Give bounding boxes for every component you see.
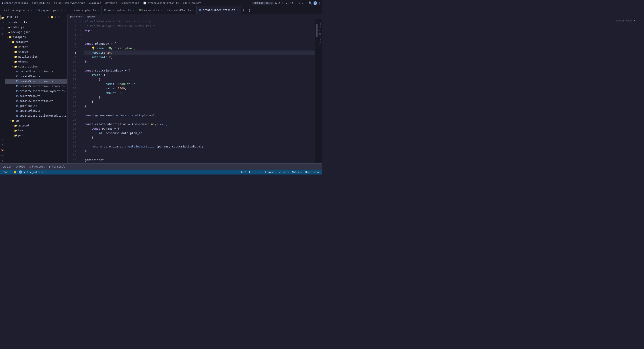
tree-item-carnet[interactable]: › 📁 carnet xyxy=(5,44,67,49)
terminal-bottom-item[interactable]: ▶ Terminal xyxy=(48,164,66,170)
tree-item-subscription[interactable]: ▼ 📁 subscription xyxy=(5,64,67,69)
close-tab-icon[interactable]: × xyxy=(193,9,194,11)
breadcrumb-repeats[interactable]: repeats xyxy=(86,15,96,18)
new-folder-icon[interactable]: 📁 xyxy=(50,16,54,18)
extension-button[interactable]: ⟫ xyxy=(318,1,320,5)
git-status[interactable]: main xyxy=(284,171,290,174)
tab-create-plan[interactable]: TS create_plan.ts × xyxy=(68,6,102,14)
tab-index-dts[interactable]: DTS index.d.ts × xyxy=(136,6,165,14)
close-tab-icon[interactable]: × xyxy=(64,9,66,11)
more-icon[interactable]: ⋯ xyxy=(61,16,62,18)
history-button[interactable]: ⟳ xyxy=(282,1,284,5)
scrollbar[interactable] xyxy=(315,19,318,163)
tree-item-examples[interactable]: ▼ 📁 examples xyxy=(5,35,67,39)
pull-requests-icon[interactable]: ↙ xyxy=(0,137,5,142)
project-status[interactable]: C centec_matricula xyxy=(19,170,46,174)
debug-icon[interactable]: ▷ xyxy=(0,26,5,31)
breadcrumb-segment-2[interactable]: gn-api-sdk-typescript xyxy=(54,1,85,4)
line-ending[interactable]: LF xyxy=(249,171,252,174)
tree-item-index-js[interactable]: ● index.js xyxy=(5,25,67,30)
tabs-more-button[interactable]: ⟩ xyxy=(241,8,246,12)
tree-item-pix[interactable]: › 📁 pix xyxy=(5,133,67,138)
tree-item-update-plan[interactable]: TS updatePlan.ts xyxy=(5,108,67,113)
code-line-19: ], xyxy=(84,100,315,104)
breadcrumb-segment-3[interactable]: examples xyxy=(89,1,101,4)
tree-item-cancel-sub[interactable]: TS cancelSubscription.ts xyxy=(5,69,67,74)
settings-icon[interactable]: ⚙ xyxy=(0,158,5,163)
theme-status[interactable]: Material Deep Ocean xyxy=(292,171,320,174)
tree-item-index-dts[interactable]: ≈ index.d.ts xyxy=(5,20,67,25)
tree-item-account[interactable]: › 📁 account xyxy=(5,123,67,128)
cloud-button[interactable]: ☁ xyxy=(285,1,287,5)
explorer-icon[interactable]: 📁 xyxy=(0,15,5,20)
tab-nt-pagseguro[interactable]: TS nt_pagseguro.ts × xyxy=(0,6,35,14)
todo-bottom-item[interactable]: ○ TODO xyxy=(15,164,26,170)
close-tab-icon[interactable]: × xyxy=(161,9,162,11)
tree-item-delete-plan[interactable]: TS deletePlan.ts xyxy=(5,94,67,98)
close-tab-icon[interactable]: × xyxy=(132,9,134,11)
git-branch-status[interactable]: ⎇ main xyxy=(2,171,12,174)
tree-item-create-sub-payment[interactable]: TS createSubscriptionPayment.ts xyxy=(5,89,67,94)
breadcrumb-segment-5[interactable]: subscription xyxy=(121,1,139,4)
breadcrumb-segment-4[interactable]: defaults xyxy=(105,1,117,4)
refresh-icon[interactable]: ⟳ xyxy=(55,16,57,18)
breadcrumb-segment-0[interactable]: centec_matricula xyxy=(4,1,28,4)
breadcrumb-segment-1[interactable]: node_modules xyxy=(32,1,50,4)
tree-item-charge[interactable]: › 📁 charge xyxy=(5,49,67,54)
tab-label: subscription.ts xyxy=(108,9,131,12)
tree-item-others[interactable]: › 📁 others xyxy=(5,59,67,64)
tree-item-gn[interactable]: ▼ 📁 gn xyxy=(5,118,67,123)
search-button[interactable]: 🔍 xyxy=(308,1,312,5)
structure-icon[interactable]: ≡ xyxy=(0,142,5,147)
new-file-icon[interactable]: + xyxy=(48,16,49,18)
tab-payment-pix[interactable]: TS payment_pix.ts × xyxy=(35,6,68,14)
tree-item-key[interactable]: › 📁 key xyxy=(5,128,67,133)
collapse-icon[interactable]: ⊟ xyxy=(58,16,60,18)
minimize-icon[interactable]: — xyxy=(64,16,65,18)
extensions-icon[interactable]: ⊞ xyxy=(0,31,5,36)
prettier-status[interactable]: ✓ xyxy=(279,171,281,174)
git-bottom-item[interactable]: ⎇ Git xyxy=(2,164,12,170)
avatar: M xyxy=(314,1,317,5)
tree-item-notification[interactable]: › 📁 notification xyxy=(5,54,67,59)
close-tab-icon[interactable]: × xyxy=(98,9,99,11)
tree-item-create-subscription[interactable]: TS createSubscription.ts xyxy=(5,79,67,84)
tree-item-create-sub-history[interactable]: TS createSubscriptionHistory.ts xyxy=(5,84,67,89)
tree-item-create-plan[interactable]: TS createPlan.ts xyxy=(5,74,67,79)
tree-item-get-plans[interactable]: TS getPlans.ts xyxy=(5,103,67,108)
cursor-position[interactable]: 8:16 xyxy=(240,171,246,174)
code-line-5 xyxy=(84,37,315,41)
close-tab-icon[interactable]: × xyxy=(237,9,238,11)
scrollbar-thumb[interactable] xyxy=(316,24,318,37)
encoding-text: UTF-8 xyxy=(255,171,262,174)
tab-subscription[interactable]: TS subscription.ts × xyxy=(102,6,136,14)
tabs-menu-button[interactable]: ⋮ xyxy=(246,8,253,12)
breadcrumb-segment-6[interactable]: createSubscription.ts xyxy=(148,1,179,4)
npm-icon[interactable]: npm xyxy=(0,153,5,158)
encoding[interactable]: UTF-8 xyxy=(255,171,262,174)
tab-create-subscription[interactable]: TS createSubscription.ts × xyxy=(196,6,240,14)
current-file-badge[interactable]: CURRENT FILE ▾ xyxy=(252,1,274,4)
build-button[interactable]: ⚙ xyxy=(278,1,280,5)
notifications-status[interactable]: 🔔 xyxy=(14,171,17,174)
code-editor[interactable]: /* eslint-disable import/extensions */ /… xyxy=(82,19,315,163)
code-line-14: { xyxy=(84,77,315,82)
breadcrumb-planbody[interactable]: planBody xyxy=(70,15,82,18)
tree-item-package-json[interactable]: ● package.json xyxy=(5,30,67,35)
tree-item-detail-sub[interactable]: TS detailSubscription.ts xyxy=(5,98,67,103)
tab-create-plan-ts[interactable]: TS createPlan.ts × xyxy=(165,6,196,14)
indentation[interactable]: 4 spaces xyxy=(265,171,276,174)
breadcrumb-segment-7[interactable]: (x) planBody xyxy=(183,1,200,4)
git-icon[interactable]: ⎇ xyxy=(0,20,5,25)
ts-file-icon: TS xyxy=(16,100,18,103)
tree-item-defaults[interactable]: ▼ 📁 defaults xyxy=(5,39,67,44)
run-button[interactable]: ▶ xyxy=(275,1,277,5)
bookmarks-icon[interactable]: 🔖 xyxy=(0,148,5,153)
terminal-icon: ▶ xyxy=(50,165,51,168)
tree-item-update-sub-meta[interactable]: TS updateSubscriptionMetadata.ts xyxy=(5,113,67,118)
git-label[interactable]: Git xyxy=(288,1,294,5)
breadcrumb-bar: planBody › repeats xyxy=(68,14,322,19)
line-ending-text: LF xyxy=(249,171,252,174)
problems-bottom-item[interactable]: ⚠ Problems xyxy=(28,164,46,170)
close-tab-icon[interactable]: × xyxy=(31,9,32,11)
